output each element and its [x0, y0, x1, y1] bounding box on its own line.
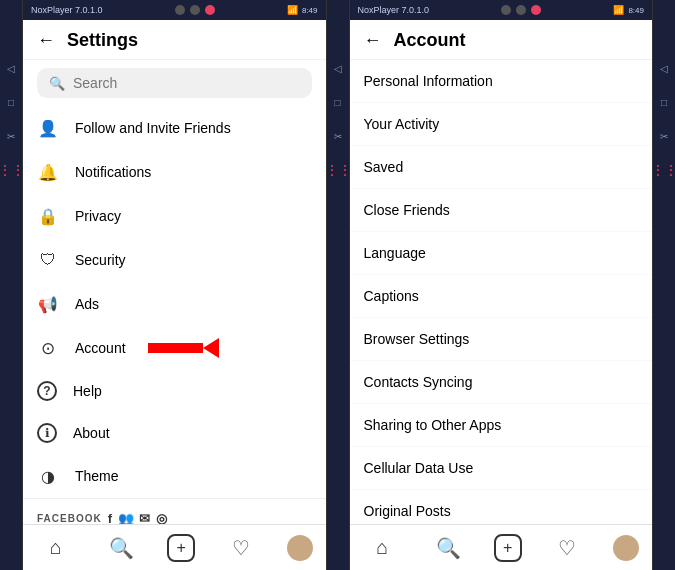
label-language: Language: [364, 245, 426, 261]
close-btn[interactable]: [205, 5, 215, 15]
panel-icon-1[interactable]: ◁: [3, 60, 19, 76]
search-icon: 🔍: [49, 76, 65, 91]
nav-post[interactable]: +: [167, 534, 195, 562]
facebook-section: FACEBOOK f 👥 ✉ ◎ Accounts Center Control…: [23, 498, 326, 524]
about-icon: ℹ: [37, 423, 57, 443]
account-title: Account: [394, 30, 466, 51]
r-close-btn[interactable]: [531, 5, 541, 15]
menu-item-theme[interactable]: ◑ Theme: [23, 454, 326, 498]
account-bottom-nav: ⌂ 🔍 + ♡: [350, 524, 653, 570]
menu-item-about[interactable]: ℹ About: [23, 412, 326, 454]
r-nav-heart[interactable]: ♡: [547, 528, 587, 568]
account-menu-list: Personal Information Your Activity Saved…: [350, 60, 653, 524]
r-nav-search[interactable]: 🔍: [428, 528, 468, 568]
r-panel-icon-3[interactable]: ✂: [656, 128, 672, 144]
account-icon: ⊙: [37, 337, 59, 359]
label-cellular-data: Cellular Data Use: [364, 460, 474, 476]
r-panel-dots[interactable]: ⋮⋮: [656, 162, 672, 178]
account-item-close-friends[interactable]: Close Friends: [350, 189, 653, 232]
notifications-icon: 🔔: [37, 161, 59, 183]
ads-icon: 📢: [37, 293, 59, 315]
menu-label-notifications: Notifications: [75, 164, 151, 180]
panel-dots[interactable]: ⋮⋮: [3, 162, 19, 178]
r-minimize-btn[interactable]: [501, 5, 511, 15]
label-your-activity: Your Activity: [364, 116, 440, 132]
r-panel-icon-1[interactable]: ◁: [656, 60, 672, 76]
r-nav-home[interactable]: ⌂: [362, 528, 402, 568]
menu-item-privacy[interactable]: 🔒 Privacy: [23, 194, 326, 238]
right-window-controls: [501, 5, 541, 15]
account-screen: ← Account Personal Information Your Acti…: [350, 20, 653, 570]
account-item-cellular-data[interactable]: Cellular Data Use: [350, 447, 653, 490]
menu-label-about: About: [73, 425, 110, 441]
r-maximize-btn[interactable]: [516, 5, 526, 15]
right-status-icons: 📶 8:49: [613, 5, 644, 15]
account-item-language[interactable]: Language: [350, 232, 653, 275]
label-sharing-other-apps: Sharing to Other Apps: [364, 417, 502, 433]
nav-home[interactable]: ⌂: [36, 528, 76, 568]
r-panel-icon-2[interactable]: □: [656, 94, 672, 110]
mid-panel-icon-1[interactable]: ◁: [330, 60, 346, 76]
mid-panel-icon-3[interactable]: ✂: [330, 128, 346, 144]
account-item-saved[interactable]: Saved: [350, 146, 653, 189]
account-item-your-activity[interactable]: Your Activity: [350, 103, 653, 146]
label-captions: Captions: [364, 288, 419, 304]
right-status-bar: NoxPlayer 7.0.1.0 📶 8:49: [350, 0, 653, 20]
r-nav-profile[interactable]: [613, 535, 639, 561]
window-controls: [175, 5, 215, 15]
account-panel: NoxPlayer 7.0.1.0 📶 8:49 ← Account Perso…: [349, 0, 654, 570]
menu-label-follow: Follow and Invite Friends: [75, 120, 231, 136]
nav-search[interactable]: 🔍: [102, 528, 142, 568]
account-item-captions[interactable]: Captions: [350, 275, 653, 318]
menu-label-help: Help: [73, 383, 102, 399]
search-bar[interactable]: 🔍: [37, 68, 312, 98]
menu-item-follow[interactable]: 👤 Follow and Invite Friends: [23, 106, 326, 150]
account-item-browser-settings[interactable]: Browser Settings: [350, 318, 653, 361]
menu-item-notifications[interactable]: 🔔 Notifications: [23, 150, 326, 194]
follow-icon: 👤: [37, 117, 59, 139]
nav-profile[interactable]: [287, 535, 313, 561]
account-item-personal-info[interactable]: Personal Information: [350, 60, 653, 103]
minimize-btn[interactable]: [175, 5, 185, 15]
wifi-icon: 📶: [287, 5, 298, 15]
right-app-title: NoxPlayer 7.0.1.0: [358, 5, 430, 15]
label-close-friends: Close Friends: [364, 202, 450, 218]
left-status-bar: NoxPlayer 7.0.1.0 📶 8:49: [23, 0, 326, 20]
account-back-button[interactable]: ←: [364, 30, 382, 51]
settings-back-button[interactable]: ←: [37, 30, 55, 51]
menu-label-privacy: Privacy: [75, 208, 121, 224]
account-item-contacts-syncing[interactable]: Contacts Syncing: [350, 361, 653, 404]
label-browser-settings: Browser Settings: [364, 331, 470, 347]
menu-item-security[interactable]: 🛡 Security: [23, 238, 326, 282]
account-item-original-posts[interactable]: Original Posts: [350, 490, 653, 524]
settings-screen: ← Settings 🔍 👤 Follow and Invite Friends…: [23, 20, 326, 570]
theme-icon: ◑: [37, 465, 59, 487]
r-time-display: 8:49: [628, 6, 644, 15]
menu-item-help[interactable]: ? Help: [23, 370, 326, 412]
facebook-label: FACEBOOK: [37, 513, 102, 524]
left-emulator-panel: ◁ □ ✂ ⋮⋮: [0, 0, 22, 570]
r-wifi-icon: 📶: [613, 5, 624, 15]
mid-panel-dots[interactable]: ⋮⋮: [330, 162, 346, 178]
settings-header: ← Settings: [23, 20, 326, 60]
nav-heart[interactable]: ♡: [221, 528, 261, 568]
mid-panel-icon-2[interactable]: □: [330, 94, 346, 110]
menu-item-account[interactable]: ⊙ Account: [23, 326, 326, 370]
account-item-sharing-other-apps[interactable]: Sharing to Other Apps: [350, 404, 653, 447]
label-contacts-syncing: Contacts Syncing: [364, 374, 473, 390]
panel-icon-3[interactable]: ✂: [3, 128, 19, 144]
time-display: 8:49: [302, 6, 318, 15]
maximize-btn[interactable]: [190, 5, 200, 15]
menu-item-ads[interactable]: 📢 Ads: [23, 282, 326, 326]
security-icon: 🛡: [37, 249, 59, 271]
left-app-title: NoxPlayer 7.0.1.0: [31, 5, 103, 15]
right-emulator-panel: ◁ □ ✂ ⋮⋮: [653, 0, 675, 570]
menu-label-ads: Ads: [75, 296, 99, 312]
label-personal-info: Personal Information: [364, 73, 493, 89]
search-input[interactable]: [73, 75, 300, 91]
r-nav-post[interactable]: +: [494, 534, 522, 562]
account-header: ← Account: [350, 20, 653, 60]
settings-menu-list: 👤 Follow and Invite Friends 🔔 Notificati…: [23, 106, 326, 524]
panel-icon-2[interactable]: □: [3, 94, 19, 110]
account-red-arrow: [148, 338, 219, 358]
